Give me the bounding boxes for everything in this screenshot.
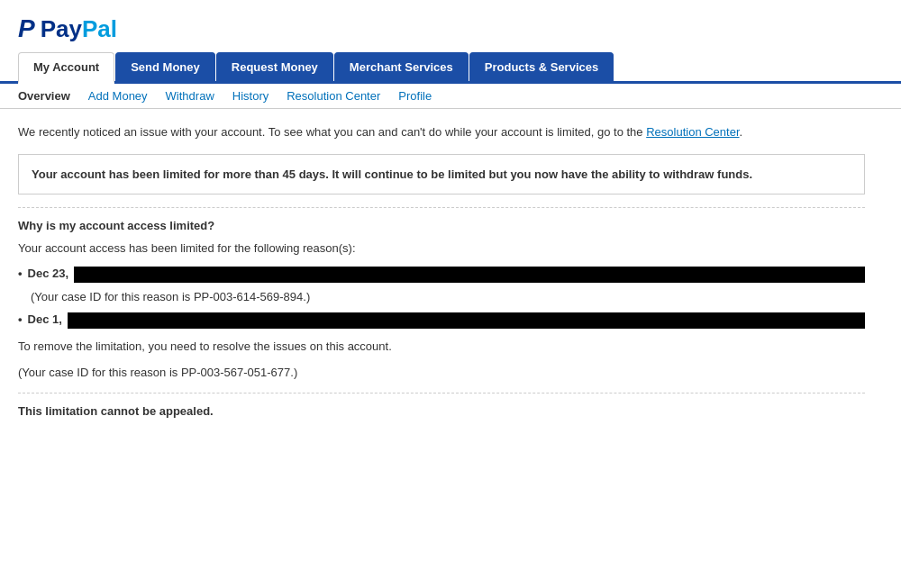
case-id-2: (Your case ID for this reason is PP-003-… xyxy=(18,364,865,382)
cannot-appeal-text: This limitation cannot be appealed. xyxy=(18,404,865,418)
reason-item-2: • Dec 1, xyxy=(18,312,865,329)
notice-text: We recently noticed an issue with your a… xyxy=(18,125,643,139)
logo-p-icon: P xyxy=(18,14,35,43)
tab-send-money[interactable]: Send Money xyxy=(115,52,215,81)
sub-nav: Overview Add Money Withdraw History Reso… xyxy=(0,84,901,109)
logo-pay: Pay xyxy=(41,15,82,42)
subnav-overview[interactable]: Overview xyxy=(18,89,70,103)
subnav-withdraw[interactable]: Withdraw xyxy=(166,89,214,103)
bullet-1: • xyxy=(18,267,23,280)
warning-text: Your account has been limited for more t… xyxy=(32,167,752,181)
subnav-profile[interactable]: Profile xyxy=(398,89,432,103)
main-content: We recently noticed an issue with your a… xyxy=(0,109,883,432)
reason-date-1: Dec 23, xyxy=(28,267,69,280)
redacted-2 xyxy=(68,312,865,329)
logo-text: PayPal xyxy=(41,15,117,43)
reason-item-1: • Dec 23, xyxy=(18,267,865,283)
header: P PayPal xyxy=(0,0,901,52)
tab-my-account[interactable]: My Account xyxy=(18,52,114,84)
reason-date-2: Dec 1, xyxy=(28,312,62,326)
subnav-resolution-center[interactable]: Resolution Center xyxy=(287,89,380,103)
tab-merchant-services[interactable]: Merchant Services xyxy=(334,52,469,81)
subnav-history[interactable]: History xyxy=(232,89,268,103)
logo-pal: Pal xyxy=(82,15,117,42)
divider-1 xyxy=(18,207,865,208)
warning-box: Your account has been limited for more t… xyxy=(18,154,865,195)
resolve-text: To remove the limitation, you need to re… xyxy=(18,338,865,356)
tab-products-services[interactable]: Products & Services xyxy=(469,52,614,81)
main-nav: My Account Send Money Request Money Merc… xyxy=(0,52,901,84)
notice-end: . xyxy=(740,125,743,139)
bullet-2: • xyxy=(18,312,23,326)
case-id-1: (Your case ID for this reason is PP-003-… xyxy=(31,290,865,303)
divider-2 xyxy=(18,393,865,394)
notice-paragraph: We recently noticed an issue with your a… xyxy=(18,123,865,141)
section-title: Why is my account access limited? xyxy=(18,219,865,232)
logo: P PayPal xyxy=(18,14,883,43)
redacted-1 xyxy=(74,267,865,283)
resolution-center-link[interactable]: Resolution Center xyxy=(646,125,739,139)
tab-request-money[interactable]: Request Money xyxy=(216,52,333,81)
reason-intro: Your account access has been limited for… xyxy=(18,240,865,258)
subnav-add-money[interactable]: Add Money xyxy=(88,89,148,103)
